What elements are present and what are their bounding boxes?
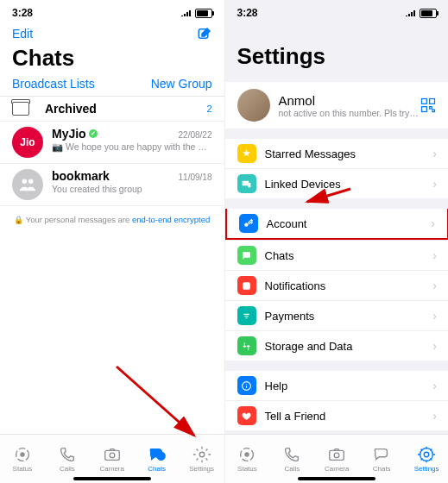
chevron-right-icon: › [432,379,437,392]
new-group-link[interactable]: New Group [151,77,212,91]
chevron-right-icon: › [432,339,437,353]
lock-icon: 🔒 [14,216,23,224]
svg-point-8 [199,452,205,457]
archived-label: Archived [45,102,206,116]
status-bar: 3:28 [0,0,224,22]
profile-status: not active on this number. Pls try +9… [279,108,420,118]
chat-time: 22/08/22 [179,130,212,140]
cell-help[interactable]: Help› [225,371,449,400]
cell-notifications[interactable]: Notifications› [225,270,449,300]
chat-name: MyJio [52,127,86,141]
svg-point-4 [20,452,25,457]
cell-starred[interactable]: Starred Messages› [225,139,449,168]
chat-row[interactable]: Jio MyJio 22/08/22 📷 We hope you are hap… [0,122,224,164]
tab-bar: Status Calls Camera Chats Settings [225,434,449,483]
clock: 3:28 [237,7,258,19]
svg-rect-9 [422,99,427,104]
profile-name: Anmol [279,93,420,108]
svg-rect-15 [243,282,250,290]
cell-linked[interactable]: Linked Devices› [225,168,449,198]
svg-point-1 [22,179,27,185]
page-title: Settings [225,22,449,77]
chat-name: bookmark [52,169,110,183]
chevron-right-icon: › [432,248,437,262]
verified-icon [89,129,98,138]
qr-icon[interactable] [420,97,437,114]
chevron-right-icon: › [432,309,437,323]
compose-icon[interactable] [197,26,212,41]
encryption-notice: 🔒 Your personal messages are end-to-end … [0,206,224,233]
chat-time: 11/09/18 [179,172,212,182]
cell-tell-friend[interactable]: Tell a Friend› [225,400,449,430]
battery-icon [195,9,212,18]
svg-rect-5 [105,450,120,460]
info-icon [237,376,256,395]
tab-calls[interactable]: Calls [45,435,90,483]
storage-icon [237,336,256,355]
tab-bar: Status Calls Camera Chats Settings [0,434,224,483]
svg-rect-10 [430,99,435,104]
svg-point-2 [28,179,33,185]
signal-icon [180,9,192,17]
cell-payments[interactable]: Payments› [225,300,449,330]
status-bar: 3:28 [225,0,449,22]
notifications-icon [237,276,256,295]
chevron-right-icon: › [431,216,435,230]
key-icon [239,214,258,233]
archived-count: 2 [206,104,211,114]
chat-preview: You created this group [52,183,212,194]
chevron-right-icon: › [432,279,437,292]
avatar: Jio [12,127,43,158]
chat-preview: 📷 We hope you are happy with the product… [52,141,212,153]
heart-icon [237,406,256,425]
svg-point-6 [110,453,115,458]
avatar [237,89,270,122]
home-indicator [73,477,151,480]
avatar [12,169,43,200]
page-title: Chats [0,41,224,77]
battery-icon [420,9,437,18]
tab-settings[interactable]: Settings [404,435,448,483]
chat-row[interactable]: bookmark 11/09/18 You created this group [0,164,224,206]
home-indicator [298,477,375,480]
chevron-right-icon: › [432,177,437,191]
cell-account[interactable]: Account› [225,209,449,240]
svg-point-20 [335,453,340,458]
star-icon [237,144,256,163]
tab-calls[interactable]: Calls [269,435,314,483]
tab-status[interactable]: Status [0,435,45,483]
broadcast-lists-link[interactable]: Broadcast Lists [12,77,95,91]
tab-camera[interactable]: Camera [90,435,135,483]
tab-chats[interactable]: Chats [359,435,404,483]
chat-icon [237,246,256,265]
encryption-link[interactable]: end-to-end encrypted [132,215,210,224]
svg-rect-13 [248,182,250,186]
signal-icon [405,9,417,17]
svg-point-22 [424,452,429,457]
svg-rect-11 [422,107,427,112]
cell-storage[interactable]: Storage and Data› [225,330,449,361]
devices-icon [237,174,256,193]
archive-icon [12,102,29,116]
tab-camera[interactable]: Camera [314,435,359,483]
tab-status[interactable]: Status [225,435,270,483]
profile-card[interactable]: Anmol not active on this number. Pls try… [225,82,449,129]
svg-point-7 [157,452,165,460]
tab-chats[interactable]: Chats [135,435,180,483]
chevron-right-icon: › [432,147,437,160]
archived-row[interactable]: Archived 2 [0,97,224,122]
svg-rect-12 [243,180,249,185]
svg-point-14 [244,223,248,226]
chevron-right-icon: › [432,409,437,423]
svg-point-18 [245,452,250,457]
edit-button[interactable]: Edit [12,27,33,41]
svg-rect-19 [330,450,344,460]
tab-settings[interactable]: Settings [180,435,224,483]
payments-icon [237,306,256,325]
cell-chats[interactable]: Chats› [225,240,449,270]
clock: 3:28 [12,7,33,19]
